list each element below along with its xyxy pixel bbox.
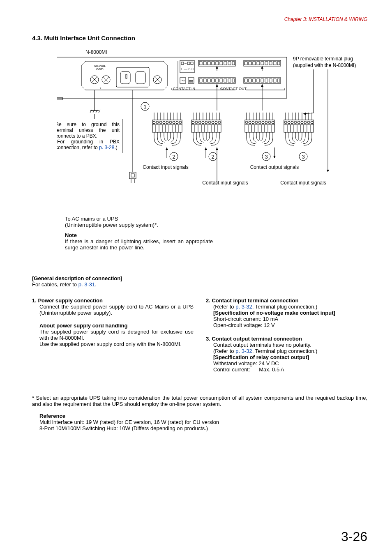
svg-rect-48 <box>203 79 206 82</box>
contact-in-sig-2: Contact input signals <box>202 180 248 186</box>
item3-refer: (Refer to p. 3-32, Terminal plug connect… <box>213 348 367 354</box>
ground-note-post: .) <box>114 145 117 150</box>
item3-spec-head: [Specification of relay contact output] <box>213 354 367 360</box>
terminal-strips-bottom <box>198 78 281 83</box>
svg-text:1: 1 <box>143 104 146 110</box>
item2-refer-post: , Terminal plug connection.) <box>252 304 318 310</box>
footnote: * Select an appropriate UPS taking into … <box>32 395 367 407</box>
page-number: 3-26 <box>341 529 367 544</box>
svg-line-73 <box>96 110 97 113</box>
plug-label-2: (supplied with the N-8000MI) <box>293 62 356 68</box>
svg-marker-196 <box>216 84 218 87</box>
svg-rect-10 <box>120 71 130 84</box>
svg-point-180 <box>294 121 297 124</box>
svg-point-150 <box>249 121 251 124</box>
svg-point-182 <box>301 121 303 124</box>
ground-note-link[interactable]: p. 3-28 <box>99 145 114 150</box>
svg-rect-39 <box>253 62 256 65</box>
svg-point-178 <box>288 121 290 124</box>
svg-point-97 <box>166 121 168 124</box>
svg-rect-34 <box>228 62 231 65</box>
ac-mains-line1: To AC mains or a UPS <box>65 216 213 222</box>
svg-point-149 <box>245 121 248 124</box>
svg-rect-35 <box>232 62 235 65</box>
svg-rect-29 <box>208 62 210 65</box>
svg-rect-41 <box>261 62 264 65</box>
svg-rect-38 <box>249 62 251 65</box>
svg-point-126 <box>208 121 211 124</box>
svg-rect-23 <box>188 78 194 83</box>
svg-text:3: 3 <box>265 154 267 160</box>
svg-rect-130 <box>191 125 221 132</box>
svg-point-123 <box>198 121 201 124</box>
ac-mains-line2: (Uninterruptible power supply system)*. <box>65 222 213 228</box>
contact-out-sig: Contact output signals <box>250 164 299 170</box>
svg-rect-120 <box>191 120 221 125</box>
svg-point-124 <box>202 121 204 124</box>
svg-point-129 <box>218 121 221 124</box>
svg-rect-40 <box>257 62 260 65</box>
cables-post: . <box>95 281 97 288</box>
svg-marker-68 <box>327 170 329 172</box>
contact-out-label: CONTACT OUT <box>220 87 247 91</box>
svg-point-127 <box>212 121 214 124</box>
svg-rect-25 <box>191 80 193 82</box>
item3-refer-pre: (Refer to <box>213 348 235 354</box>
item3-spec-1: Withstand voltage: 24 V DC <box>213 360 367 366</box>
cables-link[interactable]: p. 3-31 <box>78 281 95 288</box>
svg-rect-46 <box>198 78 235 83</box>
svg-rect-1 <box>57 97 62 100</box>
item2-refer-link[interactable]: p. 3-32 <box>235 304 252 310</box>
svg-line-71 <box>90 110 92 113</box>
contact-in-sig-1: Contact input signals <box>143 164 188 170</box>
svg-rect-56 <box>244 78 281 83</box>
svg-rect-9 <box>116 67 149 87</box>
svg-point-154 <box>262 121 264 124</box>
device-label: N-8000MI <box>85 49 107 55</box>
svg-point-128 <box>215 121 217 124</box>
plug-label-1: 9P removable terminal plug <box>293 56 353 62</box>
svg-point-125 <box>205 121 208 124</box>
svg-point-179 <box>291 121 293 124</box>
svg-rect-60 <box>257 79 260 82</box>
chapter-header: Chapter 3: INSTALLATION & WIRING <box>32 16 367 22</box>
svg-point-95 <box>159 121 162 124</box>
svg-point-93 <box>153 121 155 124</box>
svg-rect-28 <box>203 62 206 65</box>
item3-refer-link[interactable]: p. 3-32 <box>235 348 252 354</box>
item1-body: Connect the supplied power supply cord t… <box>39 304 194 316</box>
one-eight-c: 1 — 8 C <box>180 67 194 71</box>
svg-rect-78 <box>131 174 134 177</box>
item3-body-1: Contact output terminals have no polarit… <box>213 342 367 348</box>
item1-sub-body-2: Use the supplied power supply cord only … <box>39 341 194 347</box>
general-description-heading: [General description of connection] <box>32 275 367 281</box>
item1-sub-heading: About power supply cord handling <box>39 322 194 329</box>
svg-rect-176 <box>284 120 314 125</box>
svg-rect-27 <box>199 62 202 65</box>
contact-in-label: CONTACT IN <box>173 87 195 91</box>
reference-line-1: Multi interface unit: 19 W (rated) for C… <box>39 419 367 425</box>
svg-point-183 <box>304 121 307 124</box>
svg-line-72 <box>93 110 95 113</box>
item2-refer-pre: (Refer to <box>213 304 235 310</box>
svg-rect-77 <box>129 172 136 179</box>
svg-marker-214 <box>273 156 276 158</box>
svg-rect-148 <box>245 120 274 125</box>
svg-rect-47 <box>199 79 202 82</box>
svg-rect-158 <box>245 125 274 132</box>
item2-spec-2: Open-circuit voltage: 12 V <box>213 322 367 328</box>
svg-text:2: 2 <box>211 154 214 160</box>
svg-rect-42 <box>265 62 268 65</box>
svg-rect-54 <box>228 79 231 82</box>
svg-marker-204 <box>166 147 168 150</box>
svg-marker-200 <box>261 84 263 87</box>
item2-heading: 2. Contact input terminal connection <box>206 297 367 304</box>
wiring-diagram: N-8000MI SIGNAL GND <box>57 49 369 213</box>
plug-blocks <box>152 113 314 145</box>
svg-point-96 <box>163 121 165 124</box>
svg-rect-62 <box>265 79 268 82</box>
svg-rect-20 <box>187 62 190 64</box>
terminal-strips-top <box>198 60 281 66</box>
svg-rect-24 <box>189 80 191 82</box>
item1-sub-body-1: The supplied power supply cord is design… <box>39 329 194 341</box>
